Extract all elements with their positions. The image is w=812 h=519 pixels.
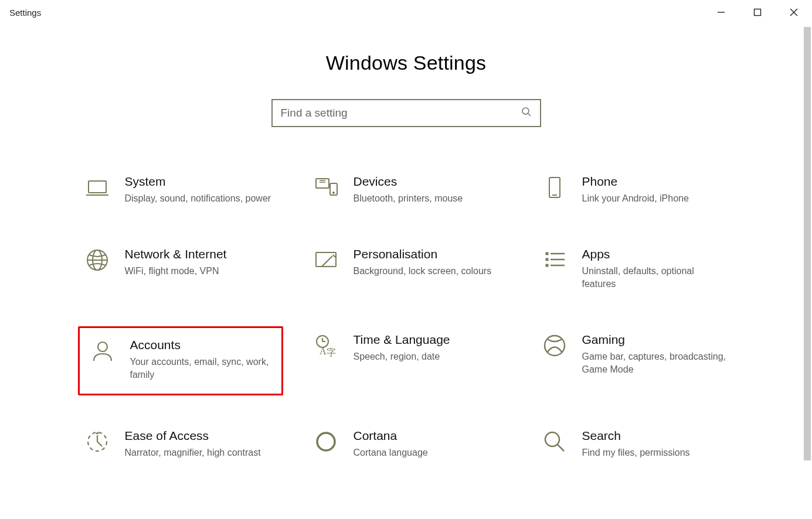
- tile-description: Cortana language: [354, 446, 501, 459]
- globe-icon: [84, 248, 111, 275]
- settings-tile-gaming[interactable]: GamingGame bar, captures, broadcasting, …: [535, 326, 740, 395]
- tile-description: Narrator, magnifier, high contrast: [125, 446, 273, 459]
- scrollbar[interactable]: [803, 25, 812, 519]
- settings-tile-time-language[interactable]: Time & LanguageSpeech, region, date: [307, 326, 512, 395]
- tile-description: Uninstall, defaults, optional features: [582, 265, 730, 291]
- maximize-icon: [753, 8, 762, 16]
- person-icon: [89, 339, 116, 366]
- close-button[interactable]: [776, 0, 812, 25]
- tile-description: Speech, region, date: [354, 350, 501, 363]
- tile-description: Link your Android, iPhone: [582, 192, 730, 205]
- tile-description: Bluetooth, printers, mouse: [354, 192, 501, 205]
- laptop-icon: [84, 175, 111, 202]
- tile-title: Time & Language: [354, 332, 501, 347]
- tile-title: System: [125, 174, 273, 189]
- tile-title: Ease of Access: [125, 428, 273, 443]
- ease-icon: [84, 429, 111, 456]
- tile-description: Your accounts, email, sync, work, family: [130, 356, 271, 382]
- settings-tile-cortana[interactable]: CortanaCortana language: [307, 422, 512, 468]
- tile-title: Network & Internet: [125, 247, 273, 261]
- tile-title: Phone: [582, 174, 730, 189]
- tile-text: Network & InternetWiFi, flight mode, VPN: [125, 247, 277, 291]
- tile-text: Time & LanguageSpeech, region, date: [354, 332, 506, 387]
- page-title: Windows Settings: [0, 52, 812, 74]
- tile-text: SystemDisplay, sound, notifications, pow…: [125, 174, 277, 206]
- tile-description: WiFi, flight mode, VPN: [125, 265, 273, 278]
- tile-title: Devices: [354, 174, 501, 189]
- search-input[interactable]: [280, 106, 533, 120]
- tile-title: Accounts: [130, 337, 271, 352]
- svg-rect-1: [755, 9, 761, 16]
- search-box[interactable]: [271, 99, 541, 127]
- tile-title: Apps: [582, 247, 730, 261]
- settings-tile-personalisation[interactable]: PersonalisationBackground, lock screen, …: [307, 241, 512, 299]
- tile-text: PhoneLink your Android, iPhone: [582, 174, 735, 206]
- tile-description: Game bar, captures, broadcasting, Game M…: [582, 350, 730, 377]
- apps-icon: [541, 248, 568, 275]
- search-wrap: [0, 99, 812, 127]
- tile-text: DevicesBluetooth, printers, mouse: [354, 174, 506, 206]
- cortana-icon: [312, 429, 339, 456]
- settings-tile-network-internet[interactable]: Network & InternetWiFi, flight mode, VPN: [78, 241, 283, 299]
- tile-title: Cortana: [354, 428, 501, 443]
- magnify-icon: [541, 429, 568, 456]
- tile-title: Gaming: [582, 332, 730, 347]
- search-icon: [521, 107, 532, 119]
- svg-line-5: [528, 114, 531, 116]
- tile-title: Personalisation: [354, 247, 501, 261]
- window-controls: [703, 0, 812, 25]
- personalise-icon: [312, 248, 339, 275]
- maximize-button[interactable]: [739, 0, 776, 25]
- close-icon: [790, 8, 798, 16]
- settings-tile-devices[interactable]: DevicesBluetooth, printers, mouse: [307, 168, 512, 214]
- window-title: Settings: [9, 8, 41, 18]
- settings-tile-search[interactable]: SearchFind my files, permissions: [535, 422, 740, 468]
- scrollbar-thumb[interactable]: [804, 27, 811, 460]
- tile-text: PersonalisationBackground, lock screen, …: [354, 247, 506, 291]
- settings-grid: SystemDisplay, sound, notifications, pow…: [72, 168, 740, 467]
- tile-text: AccountsYour accounts, email, sync, work…: [130, 337, 276, 382]
- settings-tile-phone[interactable]: PhoneLink your Android, iPhone: [535, 168, 740, 214]
- tile-text: GamingGame bar, captures, broadcasting, …: [582, 332, 735, 387]
- tile-description: Find my files, permissions: [582, 446, 730, 459]
- tile-text: AppsUninstall, defaults, optional featur…: [582, 247, 735, 291]
- tile-text: Ease of AccessNarrator, magnifier, high …: [125, 428, 277, 460]
- xbox-icon: [541, 333, 568, 360]
- settings-tile-accounts[interactable]: AccountsYour accounts, email, sync, work…: [78, 326, 283, 395]
- minimize-icon: [717, 8, 725, 16]
- tile-description: Display, sound, notifications, power: [125, 192, 273, 205]
- devices-icon: [312, 175, 339, 202]
- timelang-icon: [312, 333, 339, 360]
- settings-tile-apps[interactable]: AppsUninstall, defaults, optional featur…: [535, 241, 740, 299]
- tile-text: CortanaCortana language: [354, 428, 506, 460]
- settings-tile-ease-of-access[interactable]: Ease of AccessNarrator, magnifier, high …: [78, 422, 283, 468]
- tile-description: Background, lock screen, colours: [354, 265, 501, 278]
- phone-icon: [541, 175, 568, 202]
- svg-point-4: [522, 108, 529, 114]
- tile-title: Search: [582, 428, 730, 443]
- titlebar: Settings: [0, 0, 812, 25]
- minimize-button[interactable]: [703, 0, 739, 25]
- settings-tile-system[interactable]: SystemDisplay, sound, notifications, pow…: [78, 168, 283, 214]
- tile-text: SearchFind my files, permissions: [582, 428, 735, 460]
